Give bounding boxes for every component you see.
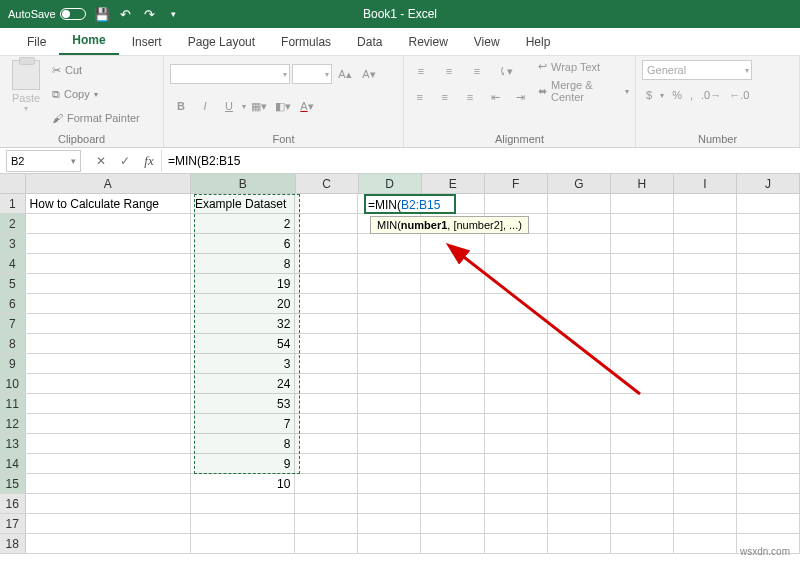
cell[interactable]: [548, 374, 611, 393]
row-header[interactable]: 18: [0, 534, 26, 553]
row-header[interactable]: 11: [0, 394, 26, 413]
cancel-formula-icon[interactable]: ✕: [89, 150, 113, 172]
cell[interactable]: [611, 314, 674, 333]
cell[interactable]: [674, 314, 737, 333]
cell[interactable]: [674, 494, 737, 513]
decrease-decimal-icon[interactable]: ←.0: [729, 89, 749, 101]
cell[interactable]: [737, 494, 800, 513]
cell[interactable]: [611, 374, 674, 393]
cell[interactable]: [421, 294, 484, 313]
cell[interactable]: [611, 394, 674, 413]
cell[interactable]: [674, 414, 737, 433]
cell[interactable]: [674, 354, 737, 373]
cell[interactable]: [611, 254, 674, 273]
cell[interactable]: [421, 434, 484, 453]
cell[interactable]: [26, 394, 191, 413]
cell[interactable]: [485, 534, 548, 553]
insert-function-icon[interactable]: fx: [137, 150, 161, 172]
name-box[interactable]: B2: [6, 150, 81, 172]
customize-qat-icon[interactable]: ▾: [166, 9, 182, 19]
cell-editor[interactable]: =MIN(B2:B15: [364, 194, 456, 214]
cell[interactable]: [295, 454, 358, 473]
cell[interactable]: [548, 334, 611, 353]
tab-data[interactable]: Data: [344, 29, 395, 55]
cell[interactable]: [26, 294, 191, 313]
cell[interactable]: [358, 314, 421, 333]
cell[interactable]: [674, 434, 737, 453]
percent-button[interactable]: %: [672, 89, 682, 101]
cell[interactable]: [737, 274, 800, 293]
redo-icon[interactable]: ↷: [142, 7, 158, 22]
cell[interactable]: [485, 474, 548, 493]
cell[interactable]: 2: [191, 214, 295, 233]
cell[interactable]: [548, 294, 611, 313]
tab-formulas[interactable]: Formulas: [268, 29, 344, 55]
cell[interactable]: [548, 454, 611, 473]
col-header-j[interactable]: J: [737, 174, 800, 193]
cell[interactable]: [737, 314, 800, 333]
row-header[interactable]: 7: [0, 314, 26, 333]
align-left-icon[interactable]: ≡: [410, 86, 429, 108]
cell[interactable]: [548, 274, 611, 293]
italic-button[interactable]: I: [194, 95, 216, 117]
cell[interactable]: [548, 254, 611, 273]
cell[interactable]: [674, 294, 737, 313]
font-color-button[interactable]: A▾: [296, 95, 318, 117]
cell[interactable]: [421, 414, 484, 433]
cell[interactable]: [548, 434, 611, 453]
cell[interactable]: [26, 354, 191, 373]
align-center-icon[interactable]: ≡: [435, 86, 454, 108]
cell[interactable]: 8: [191, 434, 295, 453]
cell[interactable]: [548, 354, 611, 373]
tab-page-layout[interactable]: Page Layout: [175, 29, 268, 55]
autosave-toggle[interactable]: AutoSave: [8, 8, 86, 20]
cell[interactable]: [26, 474, 191, 493]
cell[interactable]: [674, 234, 737, 253]
row-header[interactable]: 14: [0, 454, 26, 473]
cell[interactable]: [485, 454, 548, 473]
col-header-h[interactable]: H: [611, 174, 674, 193]
cell[interactable]: [295, 494, 358, 513]
cell[interactable]: [191, 534, 295, 553]
cell[interactable]: [611, 234, 674, 253]
cell[interactable]: [26, 214, 191, 233]
cut-button[interactable]: ✂Cut: [52, 60, 140, 80]
increase-font-icon[interactable]: A▴: [334, 63, 356, 85]
cell[interactable]: [26, 494, 191, 513]
cell[interactable]: [485, 294, 548, 313]
cell[interactable]: [295, 314, 358, 333]
cell[interactable]: [295, 274, 358, 293]
tab-help[interactable]: Help: [513, 29, 564, 55]
cell[interactable]: [737, 354, 800, 373]
tab-home[interactable]: Home: [59, 27, 118, 55]
cell[interactable]: [611, 494, 674, 513]
cell[interactable]: [358, 374, 421, 393]
cell[interactable]: [358, 474, 421, 493]
cell[interactable]: [611, 214, 674, 233]
cell[interactable]: [295, 214, 358, 233]
enter-formula-icon[interactable]: ✓: [113, 150, 137, 172]
cell[interactable]: [485, 314, 548, 333]
increase-indent-icon[interactable]: ⇥: [511, 86, 530, 108]
cell[interactable]: [421, 474, 484, 493]
borders-button[interactable]: ▦▾: [248, 95, 270, 117]
cell[interactable]: [737, 434, 800, 453]
cell[interactable]: [485, 334, 548, 353]
row-header[interactable]: 16: [0, 494, 26, 513]
col-header-i[interactable]: I: [674, 174, 737, 193]
worksheet-grid[interactable]: A B C D E F G H I J 1How to Calculate Ra…: [0, 174, 800, 554]
undo-icon[interactable]: ↶: [118, 7, 134, 22]
cell[interactable]: [358, 434, 421, 453]
cell[interactable]: [485, 234, 548, 253]
decrease-indent-icon[interactable]: ⇤: [486, 86, 505, 108]
cell[interactable]: 6: [191, 234, 295, 253]
cell[interactable]: [485, 494, 548, 513]
cell[interactable]: [421, 454, 484, 473]
cell[interactable]: [548, 534, 611, 553]
cell[interactable]: [485, 434, 548, 453]
cell[interactable]: [485, 194, 548, 213]
cell[interactable]: [485, 514, 548, 533]
row-header[interactable]: 17: [0, 514, 26, 533]
row-header[interactable]: 10: [0, 374, 26, 393]
row-header[interactable]: 15: [0, 474, 26, 493]
